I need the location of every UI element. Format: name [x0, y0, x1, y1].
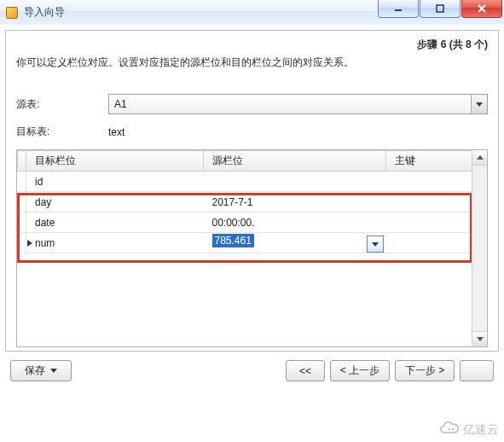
wizard-button-bar: 保存 << < 上一步 下一步 >: [5, 352, 499, 387]
scroll-up-button[interactable]: [472, 150, 487, 166]
save-button-label: 保存: [25, 363, 45, 378]
svg-rect-1: [437, 5, 443, 12]
next-button-label: 下一步 >: [405, 363, 444, 378]
chevron-up-icon: [477, 155, 484, 160]
row-selector[interactable]: [18, 172, 26, 192]
window-controls: [377, 0, 502, 18]
target-cell[interactable]: day: [26, 192, 204, 212]
save-button[interactable]: 保存: [10, 360, 72, 381]
target-table-value: text: [108, 126, 125, 138]
target-cell[interactable]: date: [26, 212, 204, 233]
titlebar: 导入向导: [0, 0, 504, 26]
row-selector-header: [18, 151, 26, 172]
source-cell[interactable]: [204, 172, 386, 192]
source-cell-editor[interactable]: 785.461: [204, 233, 386, 253]
mapping-data-table: 目标栏位 源栏位 主键 id: [17, 150, 472, 253]
source-table-row: 源表: A1: [16, 94, 488, 114]
table-row[interactable]: date 00:00:00.: [18, 212, 472, 233]
content-panel: 步骤 6 (共 8 个) 你可以定义栏位对应。设置对应指定的源栏位和目的栏位之间…: [5, 30, 499, 352]
source-table-value: A1: [114, 98, 127, 110]
chevron-down-icon: [477, 337, 484, 341]
chevron-down-icon: [372, 242, 379, 247]
row-selector[interactable]: [18, 192, 26, 212]
maximize-icon: [436, 4, 444, 13]
table-row[interactable]: num 785.461: [18, 233, 472, 253]
first-button[interactable]: <<: [286, 360, 325, 381]
scroll-down-button[interactable]: [472, 331, 487, 346]
close-button[interactable]: [461, 0, 502, 18]
app-icon: [5, 6, 19, 20]
last-button[interactable]: [460, 360, 494, 381]
svg-point-4: [449, 428, 450, 430]
target-cell[interactable]: num: [26, 233, 204, 253]
source-table-dropdown[interactable]: A1: [108, 94, 488, 114]
prev-button-label: < 上一步: [340, 363, 379, 378]
table-row[interactable]: day 2017-7-1: [18, 192, 472, 212]
pk-cell[interactable]: [386, 212, 472, 233]
client-area: 步骤 6 (共 8 个) 你可以定义栏位对应。设置对应指定的源栏位和目的栏位之间…: [0, 25, 504, 442]
minimize-icon: [394, 4, 403, 13]
pk-cell[interactable]: [386, 172, 472, 192]
minimize-button[interactable]: [378, 0, 419, 18]
step-indicator: 步骤 6 (共 8 个): [16, 38, 488, 52]
target-table-row: 目标表: text: [16, 125, 488, 139]
vertical-scrollbar[interactable]: [472, 150, 487, 346]
pk-column-header[interactable]: 主键: [386, 151, 472, 172]
source-column-header[interactable]: 源栏位: [204, 151, 386, 172]
source-cell-value-selected: 785.461: [212, 234, 254, 247]
svg-point-5: [452, 428, 454, 430]
table-header-row: 目标栏位 源栏位 主键: [18, 151, 472, 172]
window-title: 导入向导: [24, 5, 65, 20]
scroll-track[interactable]: [472, 166, 487, 331]
target-cell[interactable]: id: [26, 172, 204, 192]
source-cell[interactable]: 2017-7-1: [204, 192, 386, 212]
cell-dropdown-button[interactable]: [367, 236, 384, 253]
maximize-button[interactable]: [420, 0, 461, 18]
pk-cell[interactable]: [386, 192, 472, 212]
close-icon: [478, 4, 486, 13]
table-row[interactable]: id: [18, 172, 472, 192]
cloud-icon: [439, 422, 460, 439]
row-selector[interactable]: [18, 212, 26, 233]
row-selector[interactable]: [18, 233, 26, 253]
mapping-table: 目标栏位 源栏位 主键 id: [16, 149, 488, 347]
watermark: 亿速云: [439, 422, 499, 439]
next-button[interactable]: 下一步 >: [395, 360, 455, 381]
source-cell[interactable]: 00:00:00.: [204, 212, 386, 233]
first-button-label: <<: [299, 365, 311, 377]
pk-cell[interactable]: [386, 233, 472, 253]
prev-button[interactable]: < 上一步: [330, 360, 390, 381]
chevron-down-icon: [471, 95, 487, 113]
window: 导入向导 步骤 6 (共 8 个) 你可以定义栏位对应。设置对应指定的源栏位和目…: [0, 0, 504, 442]
target-table-label: 目标表:: [16, 125, 108, 139]
watermark-text: 亿速云: [463, 422, 499, 438]
source-table-label: 源表:: [16, 97, 108, 112]
target-column-header[interactable]: 目标栏位: [26, 151, 204, 172]
description-text: 你可以定义栏位对应。设置对应指定的源栏位和目的栏位之间的对应关系。: [16, 55, 488, 70]
chevron-down-icon: [50, 369, 57, 373]
